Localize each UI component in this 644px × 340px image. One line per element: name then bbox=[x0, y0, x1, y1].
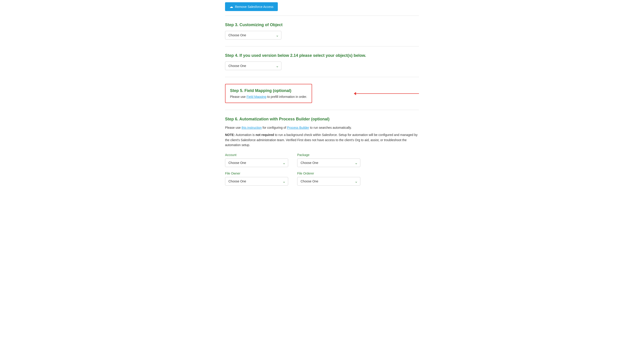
step4-section: Step 4. If you used version below 2.14 p… bbox=[225, 46, 419, 77]
process-builder-link[interactable]: Process Builder bbox=[287, 126, 309, 130]
step5-title: Step 5. Field Mapping (optional) bbox=[230, 88, 307, 93]
step5-desc-after: to prefill information in order. bbox=[266, 95, 307, 98]
cloud-icon: ☁ bbox=[230, 4, 233, 9]
step5-row: Step 5. Field Mapping (optional) Please … bbox=[225, 84, 419, 103]
account-group: Account Choose One ⌄ bbox=[225, 153, 288, 167]
remove-salesforce-label: Remove Salesforce Access bbox=[235, 5, 273, 8]
file-owner-label: File Owner bbox=[225, 172, 288, 175]
file-owner-group: File Owner Choose One ⌄ bbox=[225, 172, 288, 186]
package-dropdown[interactable]: Choose One bbox=[297, 158, 360, 167]
step6-desc1-after: to run searches automatically. bbox=[309, 126, 352, 130]
step3-dropdown[interactable]: Choose One bbox=[225, 31, 282, 40]
step4-dropdown[interactable]: Choose One bbox=[225, 62, 282, 70]
step5-arrow-container bbox=[354, 92, 419, 95]
field-mapping-link[interactable]: Field Mapping bbox=[246, 95, 266, 98]
step6-dropdown-grid: Account Choose One ⌄ Package Choose One … bbox=[225, 153, 360, 186]
step6-title: Step 6. Automatization with Process Buil… bbox=[225, 117, 419, 122]
file-orderer-group: File Orderer Choose One ⌄ bbox=[297, 172, 360, 186]
account-label: Account bbox=[225, 153, 288, 157]
step6-desc1: Please use this instruction for configur… bbox=[225, 125, 419, 130]
package-dropdown-wrapper: Choose One ⌄ bbox=[297, 158, 360, 167]
step5-section: Step 5. Field Mapping (optional) Please … bbox=[225, 77, 419, 110]
step5-box: Step 5. Field Mapping (optional) Please … bbox=[225, 84, 312, 103]
step6-note-bold: not required bbox=[256, 133, 274, 137]
remove-salesforce-button[interactable]: ☁ Remove Salesforce Access bbox=[225, 2, 278, 11]
step5-arrow-line bbox=[356, 93, 419, 94]
file-owner-dropdown[interactable]: Choose One bbox=[225, 177, 288, 186]
step5-red-arrow bbox=[354, 92, 419, 95]
step6-section: Step 6. Automatization with Process Buil… bbox=[225, 110, 419, 192]
this-instruction-link[interactable]: this instruction bbox=[242, 126, 262, 130]
account-dropdown-wrapper: Choose One ⌄ bbox=[225, 158, 288, 167]
step4-dropdown-wrapper: Choose One ⌄ bbox=[225, 62, 282, 70]
step6-desc1-before: Please use bbox=[225, 126, 242, 130]
file-owner-dropdown-wrapper: Choose One ⌄ bbox=[225, 177, 288, 186]
file-orderer-label: File Orderer bbox=[297, 172, 360, 175]
step6-note-text: Automation is bbox=[235, 133, 256, 137]
step4-title: Step 4. If you used version below 2.14 p… bbox=[225, 53, 419, 58]
step3-dropdown-wrapper: Choose One ⌄ bbox=[225, 31, 282, 40]
step6-note-label: NOTE: bbox=[225, 133, 235, 137]
package-label: Package bbox=[297, 153, 360, 157]
top-button-area: ☁ Remove Salesforce Access bbox=[225, 0, 419, 16]
package-group: Package Choose One ⌄ bbox=[297, 153, 360, 167]
step5-desc-before: Please use bbox=[230, 95, 246, 98]
account-dropdown[interactable]: Choose One bbox=[225, 158, 288, 167]
step5-description: Please use Field Mapping to prefill info… bbox=[230, 95, 307, 98]
step6-desc1-middle: for configuring of bbox=[262, 126, 287, 130]
step3-title: Step 3. Customizing of Object bbox=[225, 22, 419, 27]
file-orderer-dropdown-wrapper: Choose One ⌄ bbox=[297, 177, 360, 186]
step3-section: Step 3. Customizing of Object Choose One… bbox=[225, 16, 419, 46]
file-orderer-dropdown[interactable]: Choose One bbox=[297, 177, 360, 186]
step6-note: NOTE: Automation is not required to run … bbox=[225, 132, 419, 148]
